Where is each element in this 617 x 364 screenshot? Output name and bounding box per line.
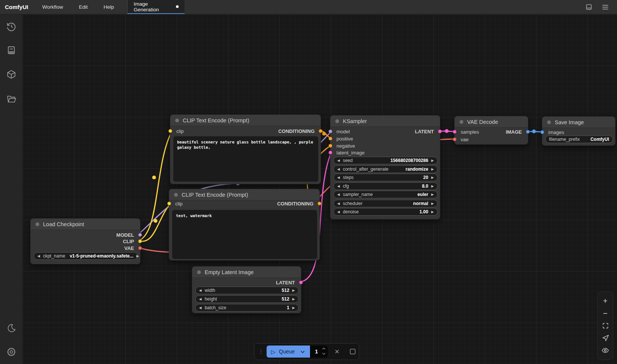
node-title-bar[interactable]: KSampler <box>330 116 440 127</box>
widget-filename-prefix[interactable]: filename_prefix ComfyUI <box>545 136 613 143</box>
stop-button[interactable] <box>346 349 359 354</box>
increment-icon[interactable]: ▶ <box>431 159 434 162</box>
sidebar-queue-history-button[interactable] <box>5 20 17 32</box>
input-slot-latent-image[interactable] <box>329 151 332 154</box>
select-mode-button[interactable] <box>600 333 610 343</box>
input-slot-clip[interactable] <box>168 129 172 133</box>
drag-handle-icon[interactable]: ⋮ <box>255 348 267 355</box>
decrement-icon[interactable]: ◀ <box>37 254 40 258</box>
decrement-icon[interactable]: ◀ <box>337 185 340 188</box>
input-slot-images[interactable] <box>540 130 544 134</box>
increment-icon[interactable]: ▶ <box>431 193 434 196</box>
main-menu-button[interactable] <box>600 2 611 13</box>
increment-icon[interactable]: ▶ <box>431 176 434 179</box>
spinner-down-icon[interactable] <box>322 352 326 355</box>
node-canvas[interactable] <box>23 14 617 364</box>
menu-edit[interactable]: Edit <box>71 0 96 14</box>
input-slot-clip[interactable] <box>167 202 171 205</box>
tab-image-generation[interactable]: Image Generation <box>127 0 185 14</box>
toggle-bottom-panel-button[interactable] <box>583 2 594 13</box>
increment-icon[interactable]: ▶ <box>431 185 434 188</box>
spinner-up-icon[interactable] <box>322 347 326 350</box>
increment-icon[interactable]: ▶ <box>431 202 434 205</box>
comfyui-app: ComfyUI Workflow Edit Help Image Generat… <box>0 0 617 364</box>
widget-value: 8.0 <box>422 184 428 189</box>
widget-value: 20 <box>423 175 428 180</box>
decrement-icon[interactable]: ◀ <box>337 159 340 162</box>
prompt-textarea[interactable]: beautiful scenery nature glass bottle la… <box>173 136 318 182</box>
decrement-icon[interactable]: ◀ <box>199 306 202 310</box>
decrement-icon[interactable]: ◀ <box>199 289 202 292</box>
sidebar-workflows-button[interactable] <box>5 93 17 105</box>
sidebar-node-library-button[interactable] <box>5 44 17 56</box>
sidebar-model-library-button[interactable] <box>5 68 17 80</box>
input-images-label: images <box>548 129 564 136</box>
input-slot-vae[interactable] <box>453 137 457 141</box>
widget-value: 156680208700286 <box>390 158 428 163</box>
node-clip-encode-positive[interactable]: CLIP Text Encode (Prompt) clip CONDITION… <box>170 114 321 184</box>
decrement-icon[interactable]: ◀ <box>337 210 340 214</box>
input-slot-samples[interactable] <box>453 130 457 134</box>
toggle-links-visibility-button[interactable] <box>600 345 610 355</box>
batch-count-input[interactable]: 1 <box>310 345 328 358</box>
increment-icon[interactable]: ▶ <box>431 168 434 171</box>
node-clip-encode-negative[interactable]: CLIP Text Encode (Prompt) clip CONDITION… <box>169 189 320 261</box>
increment-icon[interactable]: ▶ <box>136 254 139 258</box>
settings-button[interactable] <box>5 346 17 358</box>
decrement-icon[interactable]: ◀ <box>199 298 202 301</box>
decrement-icon[interactable]: ◀ <box>337 176 340 179</box>
widget-seed[interactable]: ◀ seed 156680208700286 ▶ <box>333 157 438 164</box>
widget-denoise[interactable]: ◀ denoise 1.00 ▶ <box>333 208 438 216</box>
widget-width[interactable]: ◀ width 512 ▶ <box>195 287 299 294</box>
node-save-image[interactable]: Save Image images filename_prefix ComfyU… <box>542 116 615 146</box>
queue-button[interactable]: ▷ Queue <box>267 345 310 358</box>
menu-help[interactable]: Help <box>96 0 122 14</box>
node-load-checkpoint[interactable]: Load Checkpoint MODEL CLIP VAE ◀ ckpt_na… <box>30 218 140 264</box>
decrement-icon[interactable]: ◀ <box>337 193 340 196</box>
node-title-bar[interactable]: Save Image <box>542 117 615 128</box>
widget-steps[interactable]: ◀ steps 20 ▶ <box>333 174 438 181</box>
output-slot-clip[interactable] <box>138 239 142 243</box>
node-empty-latent-image[interactable]: Empty Latent Image LATENT ◀ width 512 ▶ … <box>192 266 301 313</box>
increment-icon[interactable]: ▶ <box>431 210 434 214</box>
output-slot-conditioning[interactable] <box>319 129 322 133</box>
node-title-bar[interactable]: Empty Latent Image <box>192 267 301 278</box>
clear-queue-button[interactable]: ✕ <box>331 348 343 355</box>
node-title-bar[interactable]: Load Checkpoint <box>31 219 140 230</box>
node-title-bar[interactable]: CLIP Text Encode (Prompt) <box>170 115 321 126</box>
output-slot-vae[interactable] <box>138 246 142 250</box>
decrement-icon[interactable]: ◀ <box>337 168 340 171</box>
output-slot-latent[interactable] <box>438 130 442 133</box>
widget-control-after-generate[interactable]: ◀ control_after_generate randomize ▶ <box>333 165 438 173</box>
menu-workflow[interactable]: Workflow <box>34 0 71 14</box>
input-slot-model[interactable] <box>329 130 332 133</box>
widget-scheduler[interactable]: ◀ scheduler normal ▶ <box>333 200 438 207</box>
input-slot-negative[interactable] <box>329 144 332 148</box>
node-title-bar[interactable]: VAE Decode <box>455 116 528 128</box>
increment-icon[interactable]: ▶ <box>292 306 295 310</box>
input-slot-positive[interactable] <box>329 137 332 140</box>
chevron-down-icon[interactable] <box>300 349 305 355</box>
widget-cfg[interactable]: ◀ cfg 8.0 ▶ <box>333 182 438 190</box>
node-vae-decode[interactable]: VAE Decode samples vae IMAGE <box>454 116 528 145</box>
output-slot-latent[interactable] <box>299 281 303 284</box>
increment-icon[interactable]: ▶ <box>292 298 295 301</box>
zoom-in-button[interactable]: + <box>600 296 610 306</box>
fit-view-button[interactable] <box>600 321 610 330</box>
output-slot-conditioning[interactable] <box>318 202 321 205</box>
node-ksampler[interactable]: KSampler model positive negative latent_… <box>330 115 440 219</box>
widget-label: seed <box>343 158 353 163</box>
output-slot-model[interactable] <box>138 233 142 237</box>
theme-toggle-button[interactable] <box>5 322 17 334</box>
node-title-bar[interactable]: CLIP Text Encode (Prompt) <box>169 189 319 201</box>
output-slot-image[interactable] <box>526 130 530 134</box>
increment-icon[interactable]: ▶ <box>292 289 295 292</box>
widget-batch-size[interactable]: ◀ batch_size 1 ▶ <box>195 304 299 312</box>
widget-sampler-name[interactable]: ◀ sampler_name euler ▶ <box>333 191 438 198</box>
prompt-textarea[interactable]: text, watermark <box>172 210 317 259</box>
widget-ckpt-name[interactable]: ◀ ckpt_name v1-5-pruned-emaonly.safete..… <box>34 252 138 260</box>
node-title: Save Image <box>555 119 584 125</box>
decrement-icon[interactable]: ◀ <box>337 202 340 205</box>
zoom-out-button[interactable]: − <box>600 308 610 318</box>
widget-height[interactable]: ◀ height 512 ▶ <box>195 295 299 303</box>
